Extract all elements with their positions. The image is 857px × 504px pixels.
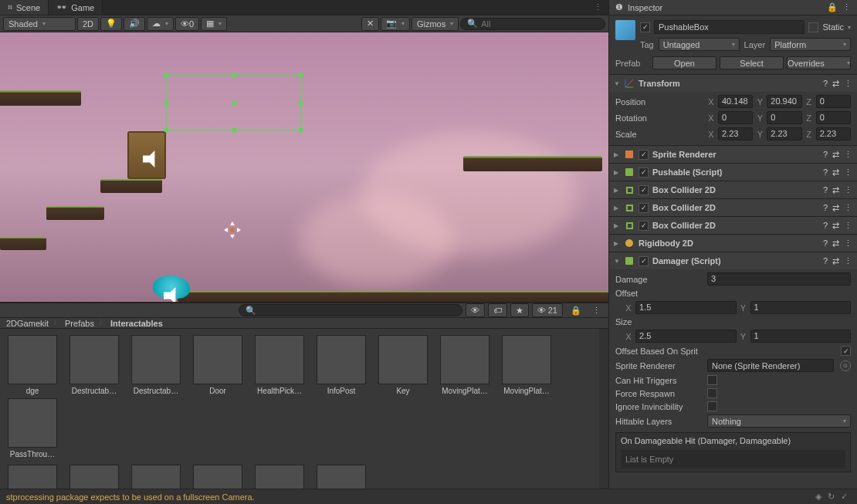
component-header[interactable]: ▶✓Pushable (Script)?⇄⋮	[609, 164, 857, 181]
star-icon[interactable]: ★	[510, 303, 529, 317]
asset-item[interactable]: dge	[3, 335, 62, 395]
component-enabled-checkbox[interactable]: ✓	[639, 203, 649, 213]
footer-icon[interactable]: ↻	[828, 492, 835, 502]
menu-icon[interactable]: ⋮	[844, 167, 852, 178]
component-header-damager[interactable]: ▼ ✓ Damager (Script) ?⇄⋮	[609, 252, 857, 269]
static-checkbox[interactable]	[808, 22, 818, 32]
component-header[interactable]: ▶✓Box Collider 2D?⇄⋮	[609, 181, 857, 198]
asset-item[interactable]: Destructab…	[65, 335, 124, 395]
breadcrumb-item[interactable]: 2DGamekit	[6, 319, 49, 328]
asset-item[interactable]: PassThrou…	[3, 398, 62, 458]
prefab-open-button[interactable]: Open	[652, 56, 716, 69]
active-checkbox[interactable]: ✓	[640, 22, 650, 32]
grid-icon[interactable]: ▦	[201, 17, 227, 31]
preset-icon[interactable]: ⇄	[832, 79, 839, 89]
component-enabled-checkbox[interactable]: ✓	[639, 256, 649, 266]
asset-item[interactable]: Destructab…	[127, 335, 185, 395]
2d-toggle[interactable]: 2D	[77, 17, 99, 31]
menu-icon[interactable]: ⋮	[844, 79, 852, 89]
offset-x-input[interactable]: 1.5	[635, 301, 737, 314]
scene-search-input[interactable]	[481, 19, 598, 29]
position-y-input[interactable]: 20.940	[767, 95, 801, 108]
tab-inspector[interactable]: Inspector	[628, 3, 662, 12]
gizmos-dropdown[interactable]: Gizmos	[412, 17, 459, 31]
layer-dropdown[interactable]: Platform	[770, 38, 851, 51]
asset-item[interactable]: HealthPick…	[250, 335, 309, 395]
menu-icon[interactable]: ⋮	[844, 256, 852, 266]
can-hit-checkbox[interactable]	[707, 375, 717, 385]
rotation-z-input[interactable]: 0	[816, 111, 851, 124]
tab-scene[interactable]: ⌗Scene	[0, 0, 49, 15]
help-icon[interactable]: ?	[823, 79, 828, 89]
position-z-input[interactable]: 0	[816, 95, 851, 108]
prefab-select-button[interactable]: Select	[720, 56, 784, 69]
hidden-count[interactable]: 👁21	[532, 303, 563, 317]
sprite-renderer-field[interactable]: None (Sprite Renderer)	[707, 359, 834, 372]
scale-x-input[interactable]: 2.23	[718, 127, 753, 140]
menu-icon[interactable]: ⋮	[844, 221, 852, 231]
help-icon[interactable]: ?	[823, 203, 828, 213]
audio-icon[interactable]: 🔊	[124, 17, 145, 31]
asset-item[interactable]: MovingPlat…	[497, 335, 556, 395]
light-icon[interactable]: 💡	[100, 17, 122, 31]
size-x-input[interactable]: 2.5	[635, 330, 737, 343]
component-enabled-checkbox[interactable]: ✓	[639, 221, 649, 231]
tag-dropdown[interactable]: Untagged	[659, 38, 740, 51]
hidden-icon[interactable]: 👁0	[175, 17, 199, 31]
project-search-input[interactable]	[259, 306, 456, 315]
project-search[interactable]: 🔍	[239, 304, 462, 316]
offset-sprite-checkbox[interactable]: ✓	[841, 346, 851, 356]
help-icon[interactable]: ?	[823, 167, 828, 178]
lock-icon[interactable]: 🔒	[566, 306, 586, 316]
tools-icon[interactable]: ✕	[361, 17, 379, 31]
scrollbar[interactable]	[599, 329, 608, 504]
preset-icon[interactable]: ⇄	[832, 167, 839, 178]
asset-item[interactable]: Door	[188, 335, 247, 395]
component-header[interactable]: ▶Rigidbody 2D?⇄⋮	[609, 235, 857, 252]
offset-y-input[interactable]: 1	[750, 301, 852, 314]
force-respawn-checkbox[interactable]	[707, 388, 717, 398]
damage-input[interactable]: 3	[707, 272, 851, 286]
footer-icon[interactable]: ◈	[815, 492, 821, 502]
scene-search[interactable]: 🔍	[460, 18, 605, 30]
move-gizmo-icon[interactable]	[224, 222, 241, 238]
object-name-input[interactable]: PushableBox	[654, 20, 804, 34]
rotation-x-input[interactable]: 0	[718, 111, 753, 124]
help-icon[interactable]: ?	[823, 238, 828, 249]
scale-y-input[interactable]: 2.23	[767, 127, 801, 140]
asset-item[interactable]: Key	[374, 335, 432, 395]
breadcrumb-item[interactable]: Prefabs	[65, 319, 94, 328]
component-enabled-checkbox[interactable]: ✓	[639, 185, 649, 195]
shading-dropdown[interactable]: Shaded	[3, 17, 76, 31]
preset-icon[interactable]: ⇄	[832, 203, 839, 213]
selection-rect[interactable]	[166, 75, 301, 130]
breadcrumb-item[interactable]: Interactables	[110, 319, 163, 328]
menu-icon[interactable]: ⋮	[844, 238, 852, 249]
camera-icon[interactable]: 📷	[381, 17, 410, 31]
position-x-input[interactable]: 40.148	[718, 95, 753, 108]
asset-item[interactable]: MovingPlat…	[435, 335, 494, 395]
component-header[interactable]: ▶✓Sprite Renderer?⇄⋮	[609, 146, 857, 163]
component-enabled-checkbox[interactable]: ✓	[639, 167, 649, 178]
menu-icon[interactable]: ⋮	[844, 203, 852, 213]
rotation-y-input[interactable]: 0	[767, 111, 801, 124]
preset-icon[interactable]: ⇄	[832, 185, 839, 195]
component-enabled-checkbox[interactable]: ✓	[639, 150, 649, 160]
console-footer[interactable]: stprocessing package expects to be used …	[0, 489, 857, 504]
preset-icon[interactable]: ⇄	[832, 150, 839, 160]
ignore-inv-checkbox[interactable]	[707, 401, 717, 411]
scene-viewport[interactable]	[0, 32, 608, 303]
component-header[interactable]: ▶✓Box Collider 2D?⇄⋮	[609, 217, 857, 234]
fx-icon[interactable]: ☁	[147, 17, 174, 31]
preset-icon[interactable]: ⇄	[832, 238, 839, 249]
prefab-overrides-dropdown[interactable]: Overrides	[787, 56, 851, 69]
help-icon[interactable]: ?	[823, 221, 828, 231]
label-icon[interactable]: 🏷	[488, 303, 507, 317]
menu-icon[interactable]: ⋮	[844, 150, 852, 160]
scale-z-input[interactable]: 2.23	[816, 127, 851, 140]
tab-menu-icon[interactable]: ⋮	[588, 2, 608, 12]
preset-icon[interactable]: ⇄	[832, 256, 839, 266]
static-dropdown[interactable]: ▾	[848, 24, 851, 31]
help-icon[interactable]: ?	[823, 150, 828, 160]
help-icon[interactable]: ?	[823, 185, 828, 195]
